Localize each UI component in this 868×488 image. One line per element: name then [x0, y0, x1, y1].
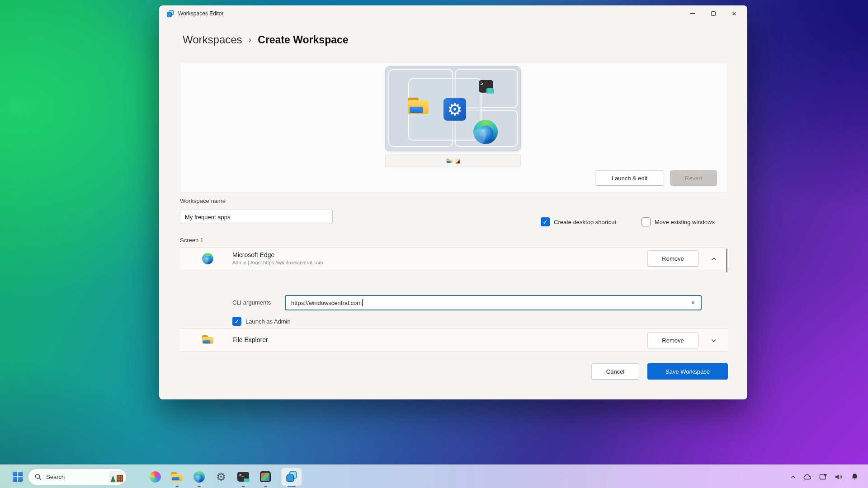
speaker-icon	[835, 474, 842, 480]
gear-icon: ⚙	[216, 471, 226, 483]
create-desktop-shortcut-checkbox[interactable]: ✓ Create desktop shortcut	[541, 217, 616, 226]
onedrive-tray-button[interactable]	[799, 474, 816, 480]
chevron-right-icon: ›	[249, 34, 252, 45]
close-button[interactable]: ✕	[724, 5, 745, 22]
app-row-edge-expanded: CLI arguments https://windowscentral.com…	[180, 269, 728, 328]
system-tray	[787, 465, 863, 488]
breadcrumb: Workspaces › Create Workspace	[183, 33, 349, 46]
app-name: File Explorer	[232, 336, 268, 343]
search-icon	[35, 474, 42, 480]
running-indicator	[242, 486, 245, 487]
launch-and-edit-button[interactable]: Launch & edit	[595, 170, 664, 186]
launch-as-admin-checkbox[interactable]: ✓ Launch as Admin	[232, 317, 291, 326]
search-box[interactable]: Search	[28, 469, 127, 485]
clear-input-icon[interactable]: ✕	[691, 300, 695, 306]
taskbar-powertoys-button[interactable]	[256, 468, 274, 486]
workspace-name-label: Workspace name	[180, 197, 226, 204]
active-indicator	[288, 486, 296, 487]
remove-edge-button[interactable]: Remove	[647, 250, 698, 267]
app-row-edge[interactable]: Microsoft Edge Admin | Args: https://win…	[180, 247, 728, 269]
hardware-tray-button[interactable]	[816, 474, 831, 480]
cancel-button[interactable]: Cancel	[591, 363, 639, 380]
terminal-icon: >_	[237, 472, 249, 482]
taskbar-copilot-button[interactable]	[146, 468, 164, 486]
running-indicator	[175, 486, 179, 487]
copilot-icon	[150, 471, 161, 483]
minimize-button[interactable]	[682, 5, 703, 22]
checkbox-unchecked-icon[interactable]	[642, 217, 651, 226]
app-list: Microsoft Edge Admin | Args: https://win…	[180, 247, 728, 352]
edge-icon	[473, 120, 498, 144]
workspace-name-input[interactable]	[180, 210, 333, 224]
desktop: Workspaces Editor ✕ Workspaces › Create …	[0, 0, 868, 488]
cli-arguments-input[interactable]: https://windowscentral.com ✕	[285, 295, 702, 310]
app-meta: Admin | Args: https://windowscentral.com	[232, 260, 323, 265]
edge-icon	[202, 253, 213, 264]
checkbox-checked-icon[interactable]: ✓	[541, 217, 550, 226]
taskbar-settings-button[interactable]: ⚙	[212, 468, 230, 486]
workspace-layout-thumbnail[interactable]: ⚙ >_	[385, 66, 521, 151]
chevron-up-icon	[790, 474, 796, 480]
breadcrumb-workspaces[interactable]: Workspaces	[183, 33, 242, 46]
taskbar-file-explorer-button[interactable]	[168, 468, 186, 486]
app-row-file-explorer[interactable]: File Explorer Remove	[180, 328, 728, 351]
taskbar-terminal-button[interactable]: >_	[234, 468, 252, 486]
titlebar[interactable]: Workspaces Editor ✕	[159, 5, 747, 22]
settings-icon: ⚙	[443, 98, 466, 121]
taskbar: Search ⚙ >_	[0, 465, 868, 488]
file-explorer-icon	[202, 335, 213, 345]
file-explorer-icon	[408, 96, 429, 115]
bing-daily-image[interactable]	[109, 471, 124, 483]
save-workspace-button[interactable]: Save Workspace	[647, 363, 728, 380]
running-indicator	[264, 486, 267, 487]
workspaces-icon	[286, 471, 297, 483]
powertoys-icon	[260, 471, 271, 482]
page-title: Create Workspace	[258, 34, 348, 46]
bell-icon	[851, 473, 858, 480]
maximize-button[interactable]	[703, 5, 724, 22]
cloud-icon	[803, 474, 812, 480]
thumbnail-taskbar-strip	[385, 155, 521, 167]
remove-file-explorer-button[interactable]: Remove	[647, 332, 698, 348]
mini-app-icon	[455, 158, 460, 164]
screen-section-label: Screen 1	[180, 237, 203, 244]
volume-tray-button[interactable]	[831, 474, 845, 480]
revert-button[interactable]: Revert	[670, 170, 717, 186]
edge-icon	[193, 471, 205, 483]
show-hidden-icons-button[interactable]	[787, 474, 799, 480]
chevron-up-icon[interactable]	[709, 254, 719, 264]
cli-arguments-label: CLI arguments	[232, 299, 271, 306]
workspaces-app-icon	[166, 10, 174, 18]
move-existing-windows-checkbox[interactable]: Move existing windows	[642, 217, 715, 226]
taskbar-workspaces-button[interactable]	[281, 468, 302, 486]
chevron-down-icon[interactable]	[709, 336, 719, 346]
taskbar-edge-button[interactable]	[190, 468, 208, 486]
window-title: Workspaces Editor	[178, 10, 223, 17]
checkbox-checked-icon[interactable]: ✓	[232, 317, 241, 326]
app-name: Microsoft Edge	[232, 251, 274, 258]
terminal-icon: >_	[479, 80, 493, 93]
device-icon	[819, 474, 828, 480]
workspaces-editor-window: Workspaces Editor ✕ Workspaces › Create …	[159, 5, 747, 399]
notifications-button[interactable]	[845, 473, 863, 480]
start-button[interactable]	[13, 472, 23, 482]
file-explorer-icon	[171, 472, 183, 482]
text-cursor	[362, 299, 363, 306]
running-indicator	[198, 486, 201, 487]
search-placeholder: Search	[46, 474, 109, 480]
mini-folder-icon	[446, 158, 453, 164]
